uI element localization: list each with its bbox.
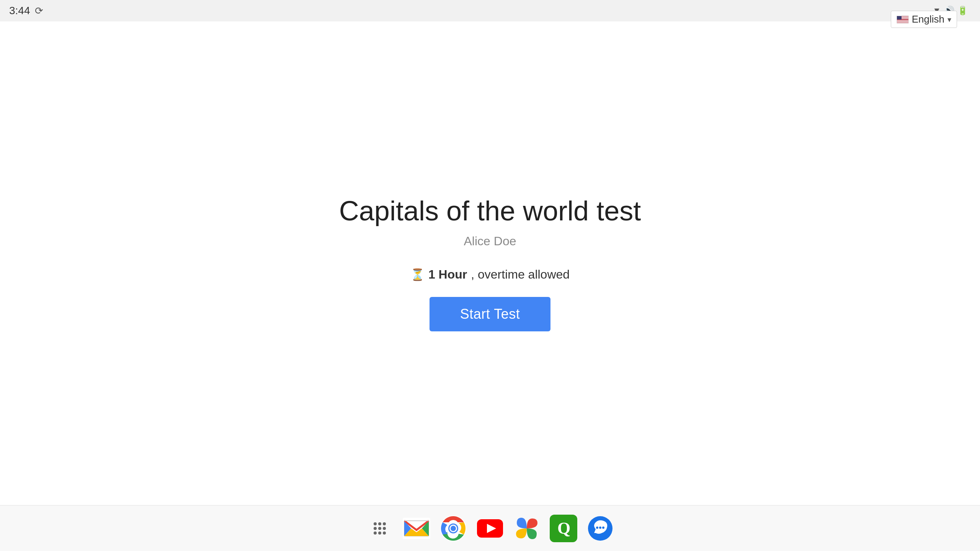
apps-grid-icon <box>374 522 386 535</box>
taskbar-quickbooks[interactable]: Q <box>550 515 577 542</box>
svg-point-5 <box>451 526 456 531</box>
youtube-icon <box>476 518 504 539</box>
status-bar-left: 3:44 ⟳ <box>9 5 43 17</box>
gmail-icon <box>403 518 430 539</box>
status-bar: 3:44 ⟳ ▼ 🔊 🔋 <box>0 0 980 21</box>
language-selector[interactable]: English ▾ <box>891 11 957 28</box>
start-test-button[interactable]: Start Test <box>430 297 550 331</box>
photos-icon <box>513 515 541 542</box>
hourglass-icon: ⏳ <box>410 268 425 281</box>
taskbar-chat[interactable] <box>586 515 614 542</box>
duration-rest: , overtime allowed <box>471 267 570 282</box>
battery-icon: 🔋 <box>957 6 968 16</box>
test-title: Capitals of the world test <box>339 195 641 227</box>
test-author: Alice Doe <box>464 234 516 248</box>
duration-bold: 1 Hour <box>428 267 467 282</box>
svg-point-11 <box>599 527 601 529</box>
svg-point-12 <box>602 527 604 529</box>
chrome-icon <box>439 515 467 542</box>
flag-icon <box>897 16 909 23</box>
chromebook-icon: ⟳ <box>35 5 43 17</box>
main-content: Capitals of the world test Alice Doe ⏳ 1… <box>0 21 980 505</box>
quickbooks-icon: Q <box>554 519 573 538</box>
taskbar-photos[interactable] <box>513 515 541 542</box>
chat-icon <box>586 515 614 542</box>
taskbar-google-apps[interactable] <box>366 515 394 542</box>
status-time: 3:44 <box>9 5 30 17</box>
taskbar: Q <box>0 505 980 551</box>
taskbar-gmail[interactable] <box>403 515 430 542</box>
test-duration: ⏳ 1 Hour , overtime allowed <box>410 267 570 282</box>
taskbar-chrome[interactable] <box>439 515 467 542</box>
taskbar-youtube[interactable] <box>476 515 504 542</box>
svg-point-10 <box>596 527 598 529</box>
svg-text:Q: Q <box>557 519 570 538</box>
language-label: English <box>912 13 944 25</box>
chevron-down-icon: ▾ <box>947 15 951 24</box>
